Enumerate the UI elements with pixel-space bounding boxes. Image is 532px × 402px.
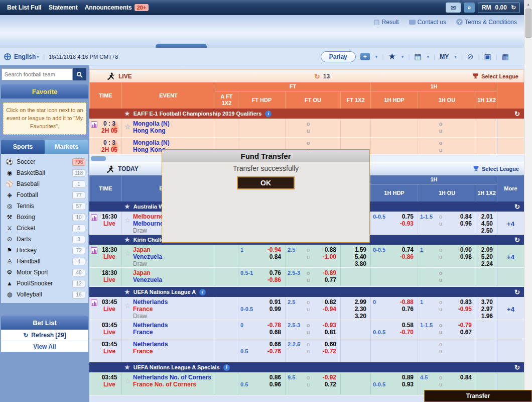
sidebar-sport-item[interactable]: ◍Volleyball16: [1, 289, 88, 300]
league-refresh-icon[interactable]: ↻: [514, 364, 520, 371]
result-link[interactable]: ▤ Result: [373, 18, 398, 26]
monitor-icon[interactable]: ▣: [484, 52, 491, 61]
stats-icon[interactable]: [91, 121, 97, 128]
league-star-icon[interactable]: ★: [124, 364, 130, 371]
odds-value[interactable]: -1.00: [312, 253, 340, 260]
favorite-star-icon[interactable]: ☆: [124, 249, 131, 257]
odds-value[interactable]: 3.70: [476, 298, 497, 306]
odds-value[interactable]: 1.59: [341, 246, 370, 253]
parlay-button[interactable]: Parlay: [321, 51, 356, 62]
contact-us-link[interactable]: Contact us: [409, 19, 446, 26]
sidebar-sport-item[interactable]: ⚑Hockey72: [1, 245, 88, 256]
odds-value[interactable]: 0.96: [258, 381, 285, 388]
odds-value[interactable]: 2.09: [476, 246, 497, 253]
live-select-league-button[interactable]: Select League: [472, 73, 518, 79]
odds-value[interactable]: 0.90: [444, 246, 476, 253]
odds-value[interactable]: 3.20: [341, 313, 370, 320]
odds-value[interactable]: 0.84: [444, 374, 476, 381]
tv-icon[interactable]: ▦: [502, 52, 509, 61]
odds-value[interactable]: 0.74: [391, 246, 418, 253]
odds-value[interactable]: 2.24: [476, 260, 497, 267]
expand-balance-button[interactable]: »: [464, 3, 475, 13]
odds-value[interactable]: -0.78: [258, 322, 285, 329]
info-icon[interactable]: i: [223, 364, 230, 371]
odds-value[interactable]: 0.81: [312, 329, 340, 336]
odds-value[interactable]: -0.70: [391, 329, 418, 336]
modal-ok-button[interactable]: OK: [237, 176, 295, 189]
scroll-up-icon[interactable]: ▲: [524, 0, 532, 8]
balance-box[interactable]: RM 0.00 ↻: [478, 3, 520, 13]
view-mode-caret-icon[interactable]: ▾: [427, 54, 429, 59]
league-star-icon[interactable]: ★: [124, 110, 130, 117]
odds-value[interactable]: -0.72: [312, 348, 340, 355]
odds-value[interactable]: 0.96: [444, 220, 476, 227]
league-star-icon[interactable]: ★: [124, 236, 130, 243]
transfer-tooltip[interactable]: Transfer: [424, 390, 532, 402]
announcements-link[interactable]: Announcements: [85, 4, 132, 11]
favorite-star-icon[interactable]: ☆: [124, 377, 131, 385]
odds-value[interactable]: 3.80: [341, 260, 370, 267]
stats-icon[interactable]: [91, 299, 97, 306]
odds-value[interactable]: 0.82: [312, 298, 340, 306]
odds-value[interactable]: 2.97: [476, 306, 497, 313]
odds-value[interactable]: 2.30: [341, 306, 370, 313]
search-button[interactable]: [73, 68, 86, 80]
odds-value[interactable]: 0.66: [258, 341, 285, 348]
more-odds-button[interactable]: [497, 268, 524, 286]
favorite-star-icon[interactable]: ☆: [124, 123, 131, 130]
odds-value[interactable]: 0.84: [444, 213, 476, 220]
league-refresh-icon[interactable]: ↻: [514, 288, 520, 296]
odds-value[interactable]: 0.76: [391, 306, 418, 313]
odds-value[interactable]: 0.98: [444, 253, 476, 260]
odds-value[interactable]: -0.88: [391, 298, 418, 306]
view-mode-icon[interactable]: ▤: [414, 52, 421, 61]
sidebar-sport-item[interactable]: ◉BasketBall118: [1, 167, 88, 178]
bet-list-refresh-button[interactable]: ↻ Refresh [29]: [1, 330, 88, 341]
favorites-icon[interactable]: ★: [388, 51, 395, 62]
today-select-league-button[interactable]: Select League: [473, 166, 519, 172]
more-odds-button[interactable]: [497, 138, 524, 154]
stats-icon[interactable]: [91, 247, 97, 254]
odds-value[interactable]: 0.86: [258, 374, 285, 381]
odds-value[interactable]: -0.94: [312, 306, 340, 313]
odds-value[interactable]: 0.88: [312, 246, 340, 253]
odds-value[interactable]: 0.83: [444, 298, 476, 306]
odds-value[interactable]: -0.93: [312, 322, 340, 329]
more-odds-button[interactable]: [497, 119, 524, 137]
mail-icon[interactable]: ✉: [446, 3, 461, 13]
statement-link[interactable]: Statement: [49, 4, 78, 11]
language-caret-icon[interactable]: ▾: [37, 54, 39, 59]
view-all-link[interactable]: View All: [1, 341, 88, 352]
odds-value[interactable]: 0.84: [258, 253, 285, 260]
league-star-icon[interactable]: ★: [124, 203, 130, 210]
favorite-star-icon[interactable]: ☆: [124, 301, 131, 310]
vertical-scrollbar[interactable]: ▲: [524, 0, 532, 402]
odds-value[interactable]: -0.86: [391, 253, 418, 260]
odds-value[interactable]: 2.50: [476, 227, 497, 234]
info-icon[interactable]: i: [199, 289, 206, 295]
tab-sports[interactable]: Sports: [1, 140, 45, 154]
more-odds-button[interactable]: +4: [497, 212, 524, 234]
sidebar-sport-item[interactable]: ◎Tennis57: [1, 200, 88, 212]
add-caret-icon[interactable]: ▾: [375, 54, 378, 59]
sidebar-sport-item[interactable]: ⚙Motor Sport48: [1, 267, 88, 278]
odds-value[interactable]: 0.58: [391, 322, 418, 329]
vertical-scrollbar-thumb[interactable]: [525, 9, 531, 38]
league-refresh-icon[interactable]: ↻: [514, 203, 520, 211]
odds-value[interactable]: -0.95: [444, 306, 476, 313]
odds-value[interactable]: 0.91: [258, 298, 285, 306]
odds-value[interactable]: 0.68: [258, 329, 285, 336]
odds-value[interactable]: -0.86: [258, 276, 285, 283]
odds-value[interactable]: -0.93: [391, 220, 418, 227]
more-odds-button[interactable]: [497, 320, 524, 339]
sidebar-sport-item[interactable]: ⚾Baseball1: [1, 178, 88, 189]
odds-value[interactable]: 0.93: [391, 381, 418, 388]
odds-value[interactable]: 0.89: [391, 374, 418, 381]
live-refresh-icon[interactable]: ↻: [314, 72, 320, 80]
more-odds-button[interactable]: [497, 339, 524, 362]
search-input[interactable]: [2, 68, 73, 80]
favorites-caret-icon[interactable]: ▾: [402, 54, 404, 59]
odds-value[interactable]: 1.96: [476, 313, 497, 320]
stats-icon[interactable]: [91, 214, 97, 221]
refresh-balance-icon[interactable]: ↻: [511, 4, 516, 11]
